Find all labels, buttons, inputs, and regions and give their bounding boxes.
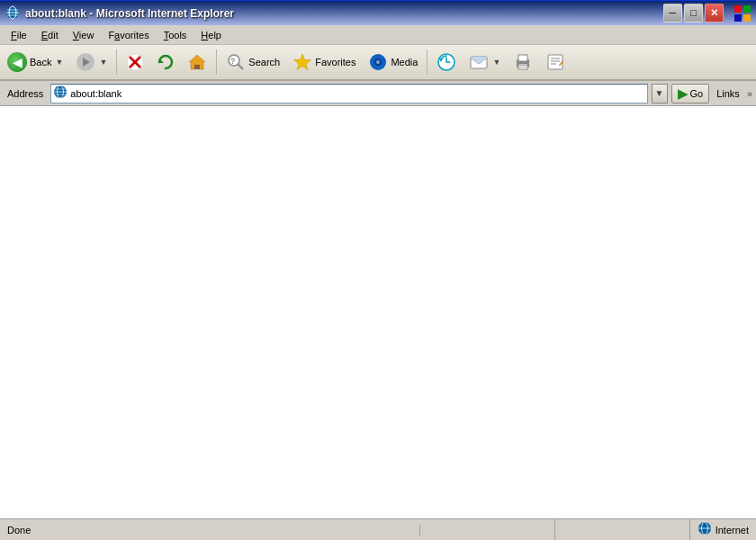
toolbar: ◀ Back ▼ ▼ [0, 45, 756, 81]
forward-button[interactable]: ▼ [70, 49, 112, 76]
home-button[interactable] [182, 49, 212, 76]
menu-bar: File Edit View Favorites Tools Help [0, 25, 756, 45]
svg-rect-33 [519, 67, 526, 68]
history-button[interactable] [431, 49, 462, 76]
title-bar-left: about:blank - Microsoft Internet Explore… [5, 5, 234, 22]
svg-rect-8 [743, 14, 751, 22]
menu-view[interactable]: View [66, 28, 102, 42]
status-text: Done [0, 525, 420, 536]
search-button[interactable]: ? Search [220, 49, 285, 76]
refresh-icon [157, 53, 175, 71]
title-bar: about:blank - Microsoft Internet Explore… [0, 0, 756, 25]
address-input[interactable] [70, 88, 644, 99]
close-button[interactable]: ✕ [705, 4, 724, 22]
svg-rect-30 [518, 55, 527, 61]
mail-icon [469, 52, 489, 72]
address-dropdown-button[interactable]: ▼ [652, 84, 668, 104]
links-expand-icon[interactable]: » [747, 88, 752, 99]
favorites-label: Favorites [315, 57, 356, 68]
back-label: Back [30, 57, 51, 68]
browser-icon [5, 5, 20, 22]
back-dropdown-icon[interactable]: ▼ [55, 58, 63, 67]
menu-file[interactable]: File [4, 28, 34, 42]
content-area [0, 106, 756, 518]
mail-button[interactable]: ▼ [464, 49, 506, 76]
stop-button[interactable] [121, 50, 149, 75]
go-label: Go [690, 88, 704, 99]
svg-rect-16 [194, 65, 200, 69]
svg-rect-32 [519, 65, 526, 66]
status-panel-1 [420, 519, 555, 540]
address-label: Address [4, 88, 47, 99]
stop-icon [126, 53, 144, 71]
media-label: Media [391, 57, 418, 68]
back-icon: ◀ [7, 52, 27, 72]
status-panel-2 [555, 519, 690, 540]
zone-icon [698, 521, 712, 538]
status-zone: Internet [690, 521, 756, 538]
svg-line-18 [238, 64, 243, 69]
menu-tools[interactable]: Tools [157, 28, 194, 42]
windows-logo [733, 4, 752, 23]
search-icon: ? [226, 52, 246, 72]
go-button[interactable]: ▶ Go [671, 84, 710, 104]
toolbar-separator-3 [427, 50, 428, 75]
refresh-button[interactable] [151, 50, 180, 75]
edit-button[interactable] [540, 49, 571, 76]
zone-label: Internet [716, 525, 749, 536]
address-bar: Address ▼ ▶ Go Links » [0, 81, 756, 106]
go-arrow-icon: ▶ [678, 86, 688, 101]
menu-help[interactable]: Help [194, 28, 229, 42]
svg-rect-34 [548, 55, 562, 69]
address-input-wrapper [50, 84, 647, 104]
links-button[interactable]: Links [713, 88, 743, 99]
address-url-icon [53, 85, 68, 102]
search-label: Search [248, 57, 280, 68]
svg-rect-5 [734, 5, 742, 13]
maximize-button[interactable]: □ [684, 4, 703, 22]
svg-rect-6 [743, 5, 751, 13]
forward-icon [76, 52, 95, 72]
toolbar-separator-1 [116, 50, 117, 75]
status-panels [420, 519, 690, 540]
svg-text:?: ? [230, 57, 235, 66]
home-icon [187, 52, 207, 72]
status-bar: Done Internet [0, 518, 756, 540]
media-button[interactable]: Media [363, 49, 423, 76]
menu-favorites[interactable]: Favorites [101, 28, 156, 42]
back-button[interactable]: ◀ Back ▼ [2, 49, 68, 76]
forward-dropdown-icon[interactable]: ▼ [99, 58, 107, 67]
favorites-button[interactable]: Favorites [287, 49, 361, 76]
toolbar-separator-2 [216, 50, 217, 75]
window-title: about:blank - Microsoft Internet Explore… [25, 7, 234, 20]
mail-dropdown-icon[interactable]: ▼ [492, 58, 500, 67]
menu-edit[interactable]: Edit [34, 28, 66, 42]
title-bar-buttons: ─ □ ✕ [663, 4, 752, 23]
edit-icon [545, 52, 565, 72]
svg-marker-21 [294, 54, 311, 70]
favorites-icon [292, 52, 312, 72]
history-icon [436, 52, 456, 72]
svg-point-24 [376, 60, 380, 64]
svg-rect-7 [734, 14, 742, 22]
print-button[interactable] [508, 49, 538, 76]
svg-marker-14 [159, 58, 164, 63]
media-icon [368, 52, 388, 72]
minimize-button[interactable]: ─ [663, 4, 682, 22]
print-icon [513, 52, 533, 72]
